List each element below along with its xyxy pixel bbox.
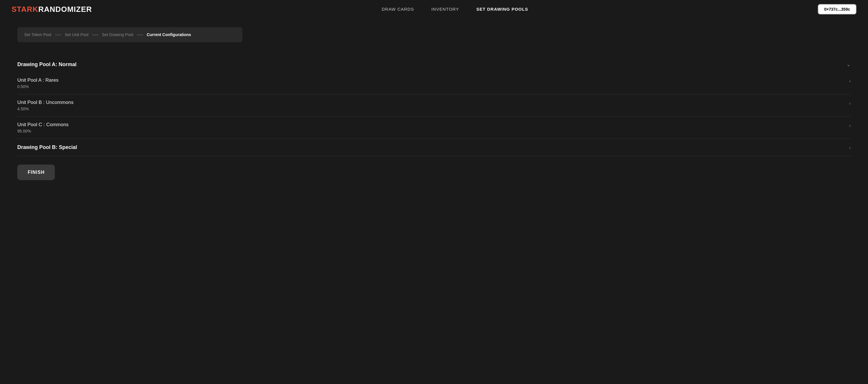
unit-pool-a-row[interactable]: Unit Pool A : Rares 0.50% ‹	[17, 72, 851, 94]
stepper-current-configurations[interactable]: Current Configurations	[144, 32, 193, 37]
set-drawing-pools-link[interactable]: SET DRAWING POOLS	[476, 7, 528, 11]
logo-randomizer: RANDOMIZER	[38, 5, 92, 13]
unit-pool-c-percent: 95.00%	[17, 129, 69, 134]
logo: STARKRANDOMIZER	[11, 5, 92, 14]
unit-pool-c-name: Unit Pool C : Commons	[17, 122, 69, 128]
content-area: Drawing Pool A: Normal ⌄ Unit Pool A : R…	[17, 54, 851, 183]
drawing-pool-a-header[interactable]: Drawing Pool A: Normal ⌄	[17, 57, 851, 72]
unit-pool-b-percent: 4.50%	[17, 107, 73, 111]
finish-button[interactable]: FINISH	[17, 165, 55, 180]
draw-cards-link[interactable]: DRAW CARDS	[382, 7, 414, 11]
unit-pool-a-percent: 0.50%	[17, 84, 59, 89]
stepper-arrow-2: >>>	[92, 33, 98, 37]
chevron-right-icon-pool-b: ‹	[849, 145, 851, 150]
chevron-right-icon-c: ‹	[849, 123, 851, 128]
inventory-link[interactable]: INVENTORY	[431, 7, 459, 11]
nav-item-set-drawing-pools[interactable]: SET DRAWING POOLS	[476, 7, 528, 12]
main-content: Set Token Pool >>> Set Unit Pool >>> Set…	[0, 19, 868, 192]
unit-pool-b-row[interactable]: Unit Pool B : Uncommons 4.50% ‹	[17, 94, 851, 117]
nav-item-inventory[interactable]: INVENTORY	[431, 7, 459, 12]
chevron-down-icon: ⌄	[846, 61, 851, 67]
logo-stark: STARK	[11, 5, 38, 13]
chevron-right-icon-b: ‹	[849, 101, 851, 106]
unit-pool-b-name: Unit Pool B : Uncommons	[17, 99, 73, 106]
navbar: STARKRANDOMIZER DRAW CARDS INVENTORY SET…	[0, 0, 868, 19]
stepper-set-unit-pool[interactable]: Set Unit Pool	[63, 32, 91, 37]
drawing-pool-a-title: Drawing Pool A: Normal	[17, 61, 76, 67]
nav-links: DRAW CARDS INVENTORY SET DRAWING POOLS	[382, 7, 528, 12]
stepper-arrow-3: >>>	[136, 33, 143, 37]
stepper-set-drawing-pool[interactable]: Set Drawing Pool	[99, 32, 135, 37]
unit-pool-a-name: Unit Pool A : Rares	[17, 78, 59, 83]
stepper-set-token-pool[interactable]: Set Token Pool	[22, 32, 54, 37]
wallet-button[interactable]: 0×737c...359c	[818, 4, 857, 14]
stepper-arrow-1: >>>	[55, 33, 61, 37]
unit-pool-c-row[interactable]: Unit Pool C : Commons 95.00% ‹	[17, 117, 851, 139]
drawing-pool-b-row[interactable]: Drawing Pool B: Special ‹	[17, 139, 851, 156]
nav-item-draw-cards[interactable]: DRAW CARDS	[382, 7, 414, 12]
chevron-right-icon-a: ‹	[849, 79, 851, 84]
stepper: Set Token Pool >>> Set Unit Pool >>> Set…	[17, 27, 242, 42]
drawing-pool-b-title: Drawing Pool B: Special	[17, 144, 77, 150]
